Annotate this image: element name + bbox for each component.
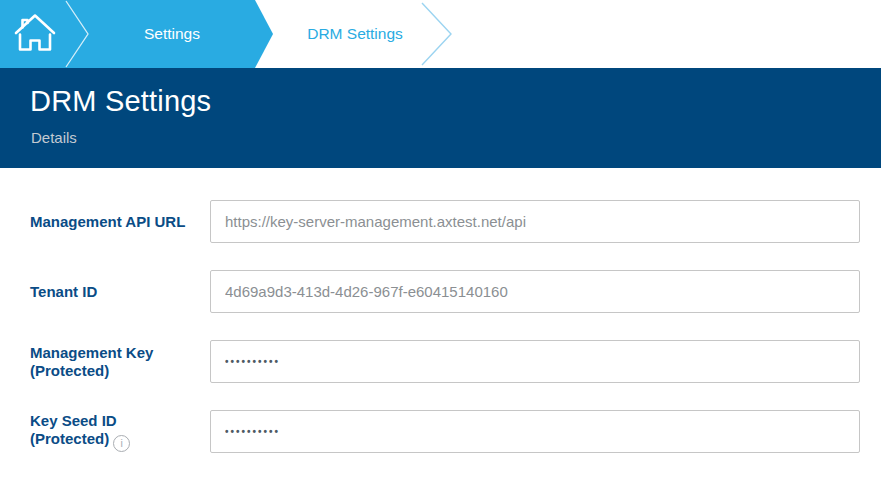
key-seed-id-input[interactable] <box>210 410 860 453</box>
page-subtitle: Details <box>31 129 881 146</box>
form-row-management-key: Management Key (Protected) <box>30 340 860 383</box>
form-row-tenant-id: Tenant ID <box>30 270 860 313</box>
management-key-input[interactable] <box>210 340 860 383</box>
tenant-id-label: Tenant ID <box>30 283 210 301</box>
page-header: DRM Settings Details <box>0 68 881 168</box>
breadcrumb-item-drm-settings[interactable]: DRM Settings <box>285 0 425 68</box>
breadcrumb-item-settings-label: Settings <box>144 25 200 43</box>
drm-settings-form: Management API URL Tenant ID Management … <box>0 168 881 453</box>
management-api-url-input[interactable] <box>210 200 860 243</box>
key-seed-id-label: Key Seed ID (Protected)i <box>30 412 210 452</box>
breadcrumb-end-chevron-icon <box>420 0 454 72</box>
management-api-url-label: Management API URL <box>30 213 210 231</box>
breadcrumb-home[interactable] <box>0 0 70 68</box>
tenant-id-input[interactable] <box>210 270 860 313</box>
home-icon <box>13 12 57 56</box>
management-key-label: Management Key (Protected) <box>30 344 210 380</box>
breadcrumb-item-settings[interactable]: Settings <box>92 0 252 68</box>
breadcrumb: Settings DRM Settings <box>0 0 881 68</box>
breadcrumb-item-drm-settings-label: DRM Settings <box>307 25 403 43</box>
info-icon[interactable]: i <box>113 435 130 452</box>
form-row-management-api-url: Management API URL <box>30 200 860 243</box>
page-title: DRM Settings <box>30 85 881 118</box>
form-row-key-seed-id: Key Seed ID (Protected)i <box>30 410 860 453</box>
